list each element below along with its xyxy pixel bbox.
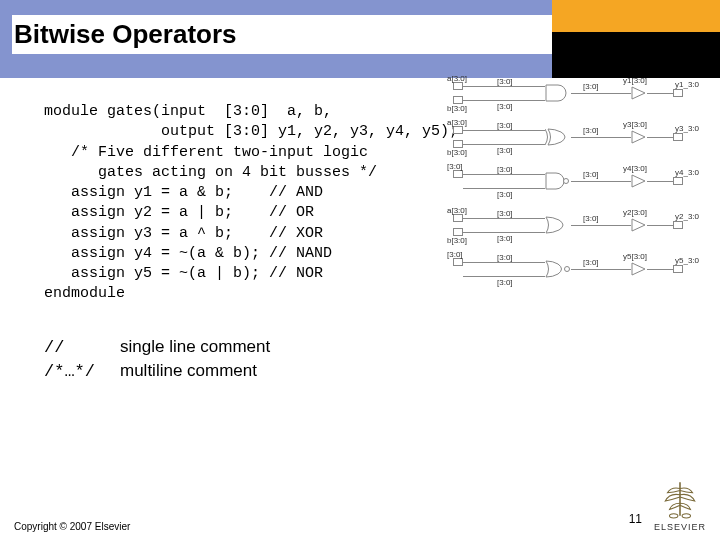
- comment-desc: multiline comment: [120, 361, 257, 381]
- in-label-bot: b[3:0]: [447, 236, 467, 245]
- bus-label: [3:0]: [497, 121, 513, 130]
- footer: Copyright © 2007 Elsevier 11 ELSEVIER: [0, 478, 720, 532]
- port-box: [453, 258, 463, 266]
- bus-label: [3:0]: [497, 102, 513, 111]
- page-number: 11: [629, 512, 642, 526]
- slide-title: Bitwise Operators: [12, 15, 552, 54]
- port-box: [453, 140, 463, 148]
- in-label-top: a[3:0]: [447, 118, 467, 127]
- in-label-bot: b[3:0]: [447, 104, 467, 113]
- bus-label: [3:0]: [583, 82, 599, 91]
- port-box: [673, 133, 683, 141]
- port-box: [453, 82, 463, 90]
- buffer-icon: [631, 174, 647, 188]
- out-label: y5_3:0: [675, 256, 699, 265]
- bus-label: [3:0]: [497, 77, 513, 86]
- bus-label: [3:0]: [497, 146, 513, 155]
- out-label: y1_3:0: [675, 80, 699, 89]
- bus-label: [3:0]: [497, 278, 513, 287]
- out-label: y4_3:0: [675, 168, 699, 177]
- schematic-row: a[3:0]b[3:0][3:0][3:0][3:0]y2[3:0]y2_3:0: [447, 210, 712, 248]
- elsevier-tree-icon: [659, 478, 701, 520]
- port-box: [673, 89, 683, 97]
- schematic-row: [3:0][3:0][3:0][3:0]y5[3:0]y5_3:0: [447, 254, 712, 292]
- comment-desc: single line comment: [120, 337, 270, 357]
- bus-label: [3:0]: [497, 209, 513, 218]
- bus-label: [3:0]: [497, 165, 513, 174]
- gate-nor-icon: [545, 260, 571, 278]
- header-left: Bitwise Operators: [0, 0, 552, 78]
- gate-or-icon: [545, 216, 571, 234]
- comment-key: /*…*/: [44, 362, 120, 381]
- svg-point-3: [682, 514, 690, 518]
- schematic-row: a[3:0]b[3:0][3:0][3:0][3:0]y1[3:0]y1_3:0: [447, 78, 712, 116]
- header-right: [552, 0, 720, 78]
- in-label-top: a[3:0]: [447, 74, 467, 83]
- out-box-label: y2[3:0]: [623, 208, 647, 217]
- in-label-top: [3:0]: [447, 250, 463, 259]
- header-black-bar: [552, 32, 720, 78]
- in-label-top: a[3:0]: [447, 206, 467, 215]
- in-label-bot: b[3:0]: [447, 148, 467, 157]
- port-box: [673, 177, 683, 185]
- port-box: [453, 214, 463, 222]
- out-box-label: y1[3:0]: [623, 76, 647, 85]
- port-box: [673, 221, 683, 229]
- gate-xor-icon: [545, 128, 571, 146]
- out-label: y2_3:0: [675, 212, 699, 221]
- bus-label: [3:0]: [497, 234, 513, 243]
- header-orange-bar: [552, 0, 720, 32]
- out-label: y3_3:0: [675, 124, 699, 133]
- out-box-label: y3[3:0]: [623, 120, 647, 129]
- in-label-top: [3:0]: [447, 162, 463, 171]
- bus-label: [3:0]: [497, 253, 513, 262]
- schematic-row: [3:0][3:0][3:0][3:0]y4[3:0]y4_3:0: [447, 166, 712, 204]
- port-box: [453, 228, 463, 236]
- bus-label: [3:0]: [583, 126, 599, 135]
- buffer-icon: [631, 262, 647, 276]
- comment-legend: // single line comment /*…*/ multiline c…: [44, 337, 702, 381]
- out-box-label: y4[3:0]: [623, 164, 647, 173]
- elsevier-wordmark: ELSEVIER: [654, 522, 706, 532]
- svg-point-0: [564, 179, 569, 184]
- buffer-icon: [631, 130, 647, 144]
- comment-key: //: [44, 338, 120, 357]
- svg-point-1: [565, 267, 570, 272]
- port-box: [453, 96, 463, 104]
- gate-schematic: a[3:0]b[3:0][3:0][3:0][3:0]y1[3:0]y1_3:0…: [447, 78, 712, 308]
- svg-point-2: [669, 514, 677, 518]
- elsevier-logo: ELSEVIER: [654, 478, 706, 532]
- bus-label: [3:0]: [583, 170, 599, 179]
- port-box: [673, 265, 683, 273]
- comment-row: // single line comment: [44, 337, 702, 357]
- buffer-icon: [631, 86, 647, 100]
- buffer-icon: [631, 218, 647, 232]
- out-box-label: y5[3:0]: [623, 252, 647, 261]
- gate-nand-icon: [545, 172, 571, 190]
- bus-label: [3:0]: [583, 258, 599, 267]
- bus-label: [3:0]: [497, 190, 513, 199]
- port-box: [453, 126, 463, 134]
- port-box: [453, 170, 463, 178]
- schematic-row: a[3:0]b[3:0][3:0][3:0][3:0]y3[3:0]y3_3:0: [447, 122, 712, 160]
- gate-and-icon: [545, 84, 571, 102]
- slide-header: Bitwise Operators: [0, 0, 720, 78]
- comment-row: /*…*/ multiline comment: [44, 361, 702, 381]
- bus-label: [3:0]: [583, 214, 599, 223]
- copyright-text: Copyright © 2007 Elsevier: [14, 521, 130, 532]
